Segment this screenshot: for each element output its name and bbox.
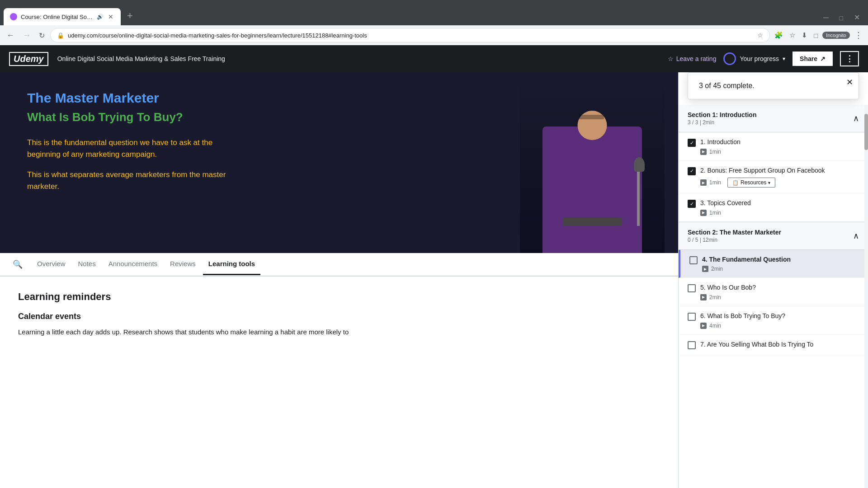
refresh-button[interactable]: ↻ (36, 28, 47, 42)
address-bar[interactable]: 🔒 udemy.com/course/online-digital-social… (50, 28, 770, 42)
presenter-area (506, 72, 678, 253)
app: udemy Online Digital Social Media Market… (0, 45, 868, 488)
incognito-badge: Incognito (822, 32, 850, 39)
profile-icon[interactable]: □ (812, 30, 820, 41)
lesson6-info: 6. What Is Bob Trying To Buy? ▶ 4min (700, 312, 859, 329)
lesson1-checkbox[interactable]: ✓ (688, 139, 696, 147)
browser-menu-button[interactable]: ⋮ (853, 28, 864, 42)
tab-audio-icon: 🔊 (97, 14, 104, 20)
lesson3-meta: ▶ 1min (700, 210, 859, 216)
share-button[interactable]: Share ↗ (793, 52, 833, 66)
lesson6-duration: 4min (709, 323, 721, 329)
nav-icons: 🧩 ☆ ⬇ □ Incognito ⋮ (773, 28, 864, 42)
presenter-figure (520, 77, 665, 253)
section1-header[interactable]: Section 1: Introduction 3 / 3 | 2min ∧ (679, 105, 868, 132)
lesson4-duration: 2min (711, 266, 723, 272)
lesson7-item[interactable]: 7. Are You Selling What Bob Is Trying To (679, 335, 868, 355)
more-options-button[interactable]: ⋮ (840, 51, 859, 66)
tab-notes[interactable]: Notes (73, 253, 101, 275)
presenter-laptop (563, 218, 622, 226)
forward-button[interactable]: → (20, 28, 33, 43)
lesson2-info: 2. Bonus: Free Support Group On Facebook… (700, 166, 859, 188)
udemy-logo[interactable]: udemy (9, 52, 48, 66)
url-text: udemy.com/course/online-digital-social-m… (68, 32, 754, 39)
calendar-events-subheading: Calendar events (18, 312, 660, 321)
share-label: Share (800, 55, 817, 62)
maximize-button[interactable]: □ (835, 13, 848, 23)
video-area[interactable]: The Master Marketer What Is Bob Trying T… (0, 72, 678, 253)
star-icon[interactable]: ☆ (757, 32, 763, 39)
play-icon4: ▶ (702, 266, 708, 272)
back-button[interactable]: ← (4, 28, 17, 43)
sidebar-scrollbar[interactable] (864, 105, 868, 488)
progress-button[interactable]: Your progress ▾ (723, 52, 785, 65)
tab-close-button[interactable]: ✕ (107, 13, 114, 20)
lesson1-title: 1. Introduction (700, 138, 859, 147)
lesson5-title: 5. Who Is Our Bob? (700, 283, 859, 292)
play-icon6: ▶ (700, 323, 707, 329)
tab-label: Course: Online Digital Soci... (21, 14, 93, 20)
header-title: Online Digital Social Media Marketing & … (57, 55, 659, 62)
lesson5-checkbox[interactable] (688, 284, 696, 292)
presenter-glasses (579, 115, 604, 119)
lesson4-checkbox[interactable] (689, 256, 698, 264)
lesson7-info: 7. Are You Selling What Bob Is Trying To (700, 340, 859, 349)
tab-reviews[interactable]: Reviews (165, 253, 201, 275)
lesson7-checkbox[interactable] (688, 341, 696, 349)
rating-label: Leave a rating (676, 55, 717, 62)
resources-button[interactable]: 📋 Resources ▾ (727, 178, 775, 188)
download-icon[interactable]: ⬇ (800, 29, 809, 41)
tab-announcements[interactable]: Announcements (103, 253, 163, 275)
progress-label: Your progress (740, 55, 779, 62)
slide-subtitle: What Is Bob Trying To Buy? (27, 110, 479, 124)
lesson-item[interactable]: ✓ 3. Topics Covered ▶ 1min (679, 193, 868, 222)
extension-icon[interactable]: 🧩 (773, 29, 785, 41)
resources-icon: 📋 (732, 180, 739, 186)
lesson2-duration: 1min (709, 179, 721, 186)
more-icon: ⋮ (845, 54, 854, 63)
share-icon: ↗ (820, 55, 826, 62)
section2-progress: 0 / 5 | 12min (688, 237, 781, 243)
lesson5-duration: 2min (709, 294, 721, 300)
header-actions: ☆ Leave a rating Your progress ▾ Share ↗… (668, 51, 859, 66)
search-icon: 🔍 (13, 260, 23, 269)
presenter-body (542, 127, 642, 253)
lesson3-checkbox[interactable]: ✓ (688, 200, 696, 208)
lesson2-checkbox[interactable]: ✓ (688, 167, 696, 175)
play-icon5: ▶ (700, 294, 707, 300)
slide-text-area: The Master Marketer What Is Bob Trying T… (0, 72, 506, 253)
lesson6-item[interactable]: 6. What Is Bob Trying To Buy? ▶ 4min (679, 306, 868, 335)
close-button[interactable]: ✕ (849, 11, 864, 23)
leave-rating-button[interactable]: ☆ Leave a rating (668, 55, 717, 62)
lesson2-title: 2. Bonus: Free Support Group On Facebook (700, 166, 859, 175)
play-icon: ▶ (700, 149, 707, 155)
tab-content: Learning reminders Calendar events Learn… (0, 277, 678, 488)
lesson7-title: 7. Are You Selling What Bob Is Trying To (700, 340, 859, 349)
browser-tab[interactable]: Course: Online Digital Soci... 🔊 ✕ (4, 8, 121, 25)
tab-overview[interactable]: Overview (32, 253, 71, 275)
mic-head (634, 157, 645, 172)
lesson6-checkbox[interactable] (688, 313, 696, 321)
learning-reminders-heading: Learning reminders (18, 291, 660, 303)
progress-popup: 3 of 45 complete. ✕ (688, 72, 859, 99)
lesson-item[interactable]: ✓ 1. Introduction ▶ 1min (679, 132, 868, 161)
search-tab-button[interactable]: 🔍 (9, 256, 26, 273)
bookmark-icon[interactable]: ☆ (788, 29, 797, 41)
lesson-item[interactable]: ✓ 2. Bonus: Free Support Group On Facebo… (679, 161, 868, 194)
section2-title: Section 2: The Master Marketer (688, 229, 781, 236)
browser-chrome: Course: Online Digital Soci... 🔊 ✕ + ─ □… (0, 0, 868, 25)
play-icon2: ▶ (700, 179, 707, 186)
lock-icon: 🔒 (57, 32, 64, 39)
tab-learning-tools[interactable]: Learning tools (203, 253, 260, 275)
lesson5-item[interactable]: 5. Who Is Our Bob? ▶ 2min (679, 278, 868, 306)
slide-title: The Master Marketer (27, 90, 479, 106)
lesson1-info: 1. Introduction ▶ 1min (700, 138, 859, 155)
new-tab-button[interactable]: + (123, 8, 137, 23)
section2-header[interactable]: Section 2: The Master Marketer 0 / 5 | 1… (679, 222, 868, 250)
minimize-button[interactable]: ─ (819, 12, 833, 23)
lesson3-title: 3. Topics Covered (700, 199, 859, 208)
section2-toggle[interactable]: ∧ (853, 231, 859, 241)
popup-close-button[interactable]: ✕ (846, 77, 853, 87)
lesson4-item[interactable]: 4. The Fundamental Question ▶ 2min (679, 250, 868, 278)
section1-toggle[interactable]: ∧ (853, 113, 859, 123)
